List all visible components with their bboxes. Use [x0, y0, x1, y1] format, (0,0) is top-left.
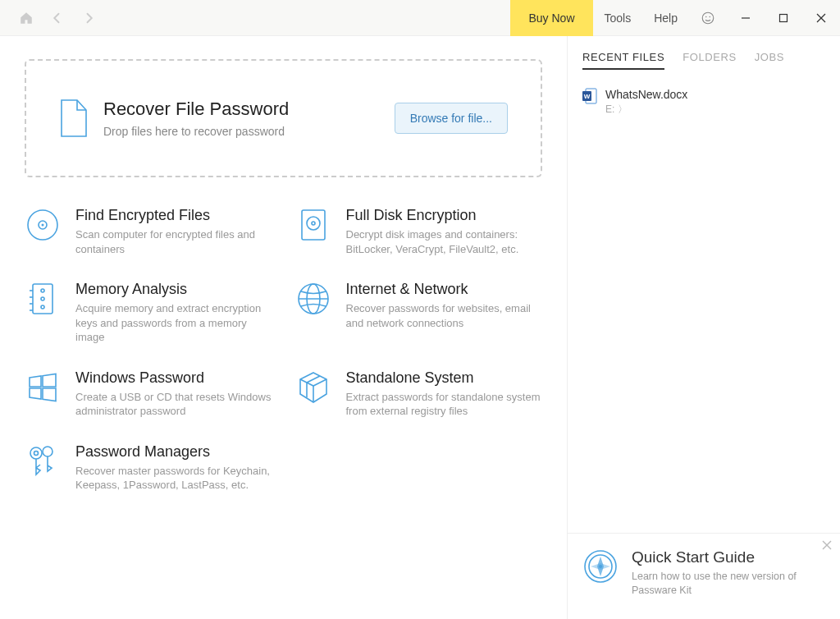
file-icon [59, 99, 89, 138]
compass-icon [582, 548, 619, 585]
dropzone-text: Recover File Password Drop files here to… [103, 99, 289, 138]
svg-point-26 [43, 447, 52, 456]
window-controls [727, 0, 840, 36]
tool-title: Find Encrypted Files [75, 207, 272, 224]
tool-desc: Extract passwords for standalone system … [346, 390, 543, 419]
tool-password-managers[interactable]: Password Managers Recover master passwor… [25, 443, 272, 493]
svg-point-18 [41, 289, 44, 292]
file-dropzone[interactable]: Recover File Password Drop files here to… [25, 59, 542, 177]
minimize-icon [741, 13, 751, 23]
close-icon [816, 13, 826, 23]
svg-point-11 [307, 217, 320, 230]
smiley-icon [701, 11, 715, 25]
tool-standalone-system[interactable]: Standalone System Extract passwords for … [295, 369, 543, 419]
ram-icon [25, 281, 61, 317]
svg-text:W: W [584, 93, 591, 100]
home-button[interactable] [18, 10, 34, 26]
menu-tools[interactable]: Tools [605, 11, 632, 25]
recent-files-list: W WhatsNew.docx E: 〉 [568, 78, 840, 533]
tab-recent-files[interactable]: RECENT FILES [582, 51, 664, 70]
minimize-button[interactable] [727, 0, 765, 36]
tool-title: Full Disk Encryption [346, 207, 543, 224]
svg-point-9 [42, 224, 44, 227]
svg-point-24 [30, 447, 42, 459]
svg-point-25 [34, 451, 39, 455]
tool-desc: Recover passwords for websites, email an… [346, 301, 543, 330]
quick-start-close-button[interactable] [822, 540, 832, 550]
word-file-icon: W [582, 88, 597, 104]
home-icon [19, 11, 34, 25]
windows-icon [25, 369, 61, 406]
quick-start-title: Quick Start Guide [632, 548, 825, 566]
tool-memory-analysis[interactable]: Memory Analysis Acquire memory and extra… [25, 281, 272, 345]
tool-desc: Recover master passwords for Keychain, K… [75, 464, 272, 493]
svg-point-12 [312, 222, 315, 225]
dropzone-title: Recover File Password [103, 99, 289, 120]
maximize-button[interactable] [765, 0, 802, 36]
tab-jobs[interactable]: JOBS [755, 51, 784, 70]
svg-point-0 [702, 12, 714, 24]
menu-help[interactable]: Help [654, 11, 678, 25]
sidebar: RECENT FILES FOLDERS JOBS W WhatsNew.doc… [567, 36, 840, 619]
nav-group [0, 10, 97, 26]
titlebar: Buy Now Tools Help [0, 0, 840, 36]
tool-title: Standalone System [346, 369, 543, 387]
svg-point-2 [710, 16, 711, 17]
svg-point-20 [41, 305, 44, 309]
quick-start-panel[interactable]: Quick Start Guide Learn how to use the n… [568, 533, 840, 619]
tool-windows-password[interactable]: Windows Password Create a USB or CD that… [25, 369, 272, 419]
browse-file-button[interactable]: Browse for file... [395, 103, 508, 134]
forward-button[interactable] [80, 10, 97, 26]
tool-title: Windows Password [75, 369, 272, 387]
svg-point-34 [599, 565, 602, 568]
tool-desc: Acquire memory and extract encryption ke… [75, 301, 272, 345]
disc-icon [25, 207, 61, 243]
main-content: Recover File Password Drop files here to… [0, 36, 567, 619]
buy-now-button[interactable]: Buy Now [510, 0, 592, 36]
recent-file-path: E: 〉 [605, 103, 687, 117]
recent-file-item[interactable]: W WhatsNew.docx E: 〉 [582, 85, 825, 120]
tool-internet-network[interactable]: Internet & Network Recover passwords for… [295, 281, 543, 345]
tool-find-encrypted-files[interactable]: Find Encrypted Files Scan computer for e… [25, 207, 272, 256]
quick-start-desc: Learn how to use the new version of Pass… [632, 570, 825, 598]
tool-desc: Create a USB or CD that resets Windows a… [75, 390, 272, 419]
recent-file-name: WhatsNew.docx [605, 88, 687, 101]
arrow-left-icon [50, 11, 65, 25]
tool-title: Password Managers [75, 443, 272, 461]
sidebar-tabs: RECENT FILES FOLDERS JOBS [568, 36, 840, 78]
arrow-right-icon [81, 11, 96, 25]
tool-title: Internet & Network [346, 281, 543, 298]
tool-full-disk-encryption[interactable]: Full Disk Encryption Decrypt disk images… [295, 207, 543, 256]
keys-icon [25, 443, 61, 479]
close-button[interactable] [802, 0, 840, 36]
tool-desc: Decrypt disk images and containers: BitL… [346, 227, 543, 256]
dropzone-subtitle: Drop files here to recover password [103, 125, 289, 138]
close-icon [822, 540, 832, 550]
tool-title: Memory Analysis [75, 281, 272, 298]
svg-rect-4 [780, 14, 788, 21]
tool-desc: Scan computer for encrypted files and co… [75, 227, 272, 256]
hdd-icon [295, 207, 331, 243]
svg-point-19 [41, 297, 44, 300]
globe-icon [295, 281, 331, 317]
back-button[interactable] [49, 10, 66, 26]
feedback-button[interactable] [701, 11, 715, 25]
svg-point-1 [705, 16, 707, 17]
menu-group: Tools Help [593, 11, 727, 25]
tools-grid: Find Encrypted Files Scan computer for e… [25, 207, 542, 493]
tab-folders[interactable]: FOLDERS [682, 51, 737, 70]
maximize-icon [778, 13, 788, 23]
cube-icon [295, 369, 331, 406]
